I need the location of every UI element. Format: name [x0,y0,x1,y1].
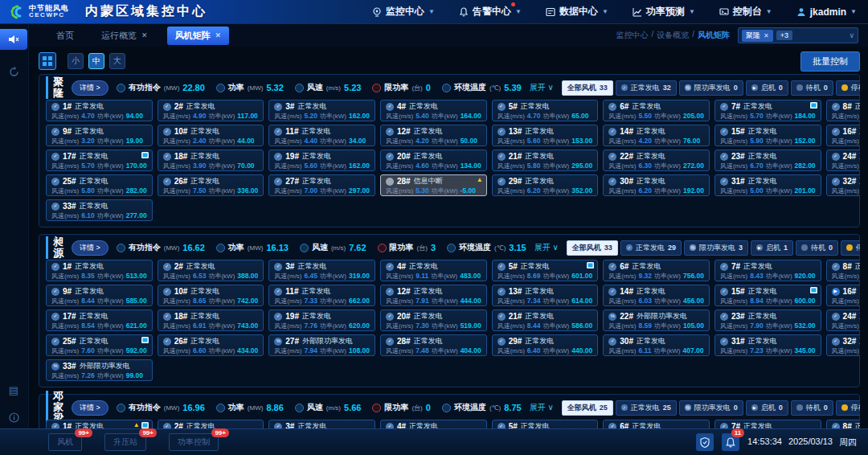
turbine-card-昶源-10#[interactable]: ✓10#正常发电风速(m/s)8.65功率(kW)742.00 [158,285,264,306]
expand-toggle[interactable]: 展开 ∨ [530,82,554,93]
turbine-card-昶源-2#[interactable]: ✓2#正常发电风速(m/s)6.53功率(kW)388.00 [158,260,264,281]
turbine-card-聚隆-29#[interactable]: ✓29#正常发电风速(m/s)6.20功率(kW)352.00 [492,174,599,196]
status-chip-1[interactable]: ✓正常发电29 [620,240,682,256]
breadcrumb-seg-1[interactable]: 设备概览 [657,30,689,41]
turbine-card-昶源-18#[interactable]: ✓18#正常发电风速(m/s)6.91功率(kW)743.00 [158,309,264,331]
mute-speaker-icon[interactable] [0,29,27,50]
user-menu[interactable]: jkadmin▼ [796,6,857,18]
turbine-card-昶源-27#[interactable]: %27#外部限功率发电风速(m/s)7.94功率(kW)108.00 [268,334,375,356]
turbine-card-昶源-24#[interactable]: ✓24#正常发电风速(m/s)8.46功率(kW)658.00 [826,309,860,331]
status-chip-2[interactable]: %限功率发电0 [679,80,743,96]
turbine-card-聚隆-9#[interactable]: ✓9#正常发电风速(m/s)3.20功率(kW)19.00 [46,125,153,146]
turbine-card-昶源-11#[interactable]: ✓11#正常发电风速(m/s)7.33功率(kW)662.00 [268,285,375,306]
status-chip-5[interactable]: 停机0 [841,240,860,256]
refresh-icon[interactable] [0,63,27,80]
turbine-card-昶源-20#[interactable]: ✓20#正常发电风速(m/s)7.30功率(kW)519.00 [380,309,487,331]
turbine-card-昶源-26#[interactable]: ✓26#正常发电风速(m/s)6.60功率(kW)434.00 [158,334,264,356]
status-chip-1[interactable]: ✓正常发电32 [616,80,677,96]
turbine-card-昶源-21#[interactable]: ✓21#正常发电风速(m/s)8.44功率(kW)586.00 [492,309,599,331]
status-chip-0[interactable]: 全部风机25 [562,400,613,416]
turbine-card-聚隆-28#[interactable]: 28#信息中断风速(m/s)5.30功率(kW)-5.00▲ [380,174,487,196]
bottom-button-1[interactable]: 升压站99+ [104,433,146,451]
turbine-card-昶源-13#[interactable]: ✓13#正常发电风速(m/s)7.34功率(kW)614.00 [492,285,599,306]
turbine-card-聚隆-2#[interactable]: ✓2#正常发电风速(m/s)4.90功率(kW)117.00 [158,100,264,121]
status-chip-3[interactable]: ▶启机1 [751,240,793,256]
turbine-card-聚隆-11#[interactable]: ✓11#正常发电风速(m/s)4.40功率(kW)34.00 [268,125,375,146]
turbine-card-聚隆-21#[interactable]: ✓21#正常发电风速(m/s)5.80功率(kW)295.00 [492,150,599,171]
status-chip-4[interactable]: 待机0 [791,400,833,416]
nav-menu-0[interactable]: 监控中心▼ [372,5,435,18]
nav-menu-3[interactable]: 功率预测▼ [633,5,695,18]
layout-grid-icon[interactable] [39,52,56,70]
turbine-card-聚隆-26#[interactable]: ✓26#正常发电风速(m/s)7.50功率(kW)336.00 [158,174,264,196]
turbine-card-聚隆-16#[interactable]: ✓16#正常发电风速(m/s)3.60功率(kW)88.00 [826,125,860,146]
tab-1[interactable]: 运行概览✕ [93,27,156,45]
expand-toggle[interactable]: 展开 ∨ [530,402,554,413]
turbine-card-昶源-9#[interactable]: ✓9#正常发电风速(m/s)8.44功率(kW)585.00 [46,285,153,306]
turbine-card-昶源-1#[interactable]: ✓1#正常发电风速(m/s)8.35功率(kW)513.00 [46,260,153,281]
turbine-card-昶源-12#[interactable]: ✓12#正常发电风速(m/s)7.91功率(kW)444.00 [380,285,487,306]
tab-2[interactable]: 风机矩阵✕ [167,27,230,45]
bottom-button-0[interactable]: 风机99+ [48,433,82,451]
turbine-card-昶源-25#[interactable]: ✓25#正常发电风速(m/s)7.60功率(kW)592.00 [46,334,153,356]
status-chip-3[interactable]: ▶启机0 [746,400,788,416]
turbine-card-昶源-7#[interactable]: ✓7#正常发电风速(m/s)8.43功率(kW)920.00 [714,260,821,281]
turbine-card-聚隆-1#[interactable]: ✓1#正常发电风速(m/s)4.70功率(kW)94.00 [46,100,153,121]
status-chip-3[interactable]: ▶启机0 [746,80,788,96]
turbine-card-聚隆-18#[interactable]: ✓18#正常发电风速(m/s)3.90功率(kW)70.00 [158,150,264,171]
turbine-card-昶源-32#[interactable]: ✓32#正常发电风速(m/s)7.02功率(kW)376.00 [826,334,860,356]
info-icon[interactable] [0,408,27,426]
close-icon[interactable]: ✕ [215,31,222,39]
turbine-card-昶源-28#[interactable]: ✓28#正常发电风速(m/s)7.48功率(kW)404.00 [380,334,487,356]
breadcrumb[interactable]: 监控中心/设备概览/风机矩阵 [616,30,730,41]
nav-menu-4[interactable]: 控制台▼ [719,5,772,18]
nav-menu-1[interactable]: 告警中心▼ [459,5,522,18]
turbine-card-昶源-30#[interactable]: ✓30#正常发电风速(m/s)6.11功率(kW)407.00 [603,334,710,356]
size-button-小[interactable]: 小 [68,53,84,69]
turbine-card-聚隆-19#[interactable]: ✓19#正常发电风速(m/s)5.60功率(kW)162.00 [268,150,375,171]
turbine-card-聚隆-30#[interactable]: ✓30#正常发电风速(m/s)6.20功率(kW)192.00 [603,174,710,196]
turbine-card-昶源-17#[interactable]: ✓17#正常发电风速(m/s)8.54功率(kW)621.00 [46,309,153,331]
turbine-card-昶源-5#[interactable]: ✓5#正常发电风速(m/s)8.69功率(kW)601.00 [492,260,599,281]
alarm-bell-icon[interactable]: 11 [722,433,739,451]
turbine-card-聚隆-25#[interactable]: ✓25#正常发电风速(m/s)5.80功率(kW)282.00 [46,174,153,196]
turbine-card-聚隆-22#[interactable]: ✓22#正常发电风速(m/s)6.30功率(kW)272.00 [603,150,710,171]
turbine-card-昶源-23#[interactable]: ✓23#正常发电风速(m/s)7.90功率(kW)532.00 [714,309,821,331]
bottom-button-2[interactable]: 功率控制99+ [169,433,219,451]
nav-menu-2[interactable]: 数据中心▼ [546,5,608,18]
breadcrumb-seg-2[interactable]: 风机矩阵 [698,30,730,41]
turbine-card-昶源-15#[interactable]: ✓15#正常发电风速(m/s)8.94功率(kW)600.00 [714,285,821,306]
turbine-card-聚隆-5#[interactable]: ✓5#正常发电风速(m/s)4.70功率(kW)65.00 [492,100,599,121]
size-button-中[interactable]: 中 [88,53,104,69]
turbine-card-聚隆-8#[interactable]: ✓8#正常发电风速(m/s)4.00功率(kW)58.00 [826,100,860,121]
turbine-card-聚隆-12#[interactable]: ✓12#正常发电风速(m/s)4.20功率(kW)50.00 [380,125,487,146]
turbine-card-昶源-29#[interactable]: ✓29#正常发电风速(m/s)6.40功率(kW)440.00 [492,334,599,356]
turbine-card-昶源-6#[interactable]: ✓6#正常发电风速(m/s)9.32功率(kW)756.00 [603,260,710,281]
turbine-card-聚隆-13#[interactable]: ✓13#正常发电风速(m/s)5.60功率(kW)153.00 [492,125,599,146]
turbine-card-昶源-22#[interactable]: %22#外部限功率发电风速(m/s)8.59功率(kW)105.00 [603,309,710,331]
tab-0[interactable]: 首页 [48,27,82,45]
status-chip-5[interactable]: 停机0 [836,80,860,96]
turbine-card-聚隆-15#[interactable]: ✓15#正常发电风速(m/s)5.90功率(kW)152.00 [714,125,821,146]
farm-detail-button[interactable]: 详情 > [72,400,108,416]
turbine-card-聚隆-17#[interactable]: ✓17#正常发电风速(m/s)5.70功率(kW)170.00 [46,150,153,171]
status-chip-2[interactable]: %限功率发电0 [679,400,743,416]
turbine-card-昶源-16#[interactable]: ▶16#启机风速(m/s)6.82功率(kW)-100.00▲ [826,285,860,306]
turbine-card-昶源-14#[interactable]: ✓14#正常发电风速(m/s)6.03功率(kW)456.00 [603,285,710,306]
expand-toggle[interactable]: 展开 ∨ [534,242,559,253]
breadcrumb-seg-0[interactable]: 监控中心 [616,30,648,41]
turbine-card-昶源-3#[interactable]: ✓3#正常发电风速(m/s)6.45功率(kW)319.00 [268,260,375,281]
turbine-card-昶源-4#[interactable]: ✓4#正常发电风速(m/s)9.11功率(kW)483.00 [380,260,487,281]
farm-detail-button[interactable]: 详情 > [72,240,108,256]
turbine-card-聚隆-32#[interactable]: ✓32#正常发电风速(m/s)4.20功率(kW)41.00 [826,174,860,196]
status-chip-0[interactable]: 全部风机33 [562,80,613,96]
status-chip-4[interactable]: 待机0 [791,80,833,96]
turbine-card-聚隆-23#[interactable]: ✓23#正常发电风速(m/s)6.70功率(kW)282.00 [714,150,821,171]
turbine-card-聚隆-6#[interactable]: ✓6#正常发电风速(m/s)5.50功率(kW)205.00 [603,100,710,121]
batch-control-button[interactable]: 批量控制 [800,51,860,72]
farm-detail-button[interactable]: 详情 > [72,80,108,96]
turbine-card-聚隆-14#[interactable]: ✓14#正常发电风速(m/s)4.20功率(kW)76.00 [603,125,710,146]
farm-filter-select[interactable]: 聚隆✕+3∨ [738,27,858,43]
turbine-card-昶源-19#[interactable]: ✓19#正常发电风速(m/s)7.76功率(kW)620.00 [268,309,375,331]
close-icon[interactable]: ✕ [764,32,769,39]
